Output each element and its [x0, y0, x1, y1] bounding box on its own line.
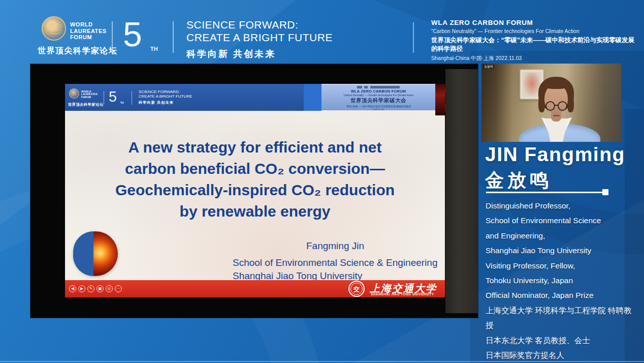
- speaker-video-thumbnail: 金放鸣: [481, 64, 621, 142]
- wlf-logo-wordmark: WORLD LAUREATES FORUM: [81, 90, 98, 99]
- earth-cutaway-image: [73, 231, 118, 276]
- header-divider: [112, 21, 113, 53]
- credential-line: Official Nominator, Japan Prize: [486, 288, 638, 302]
- speaker-name-english: JIN Fangming: [485, 143, 625, 166]
- wlf-globe-logo-icon: [69, 88, 79, 99]
- presentation-controls: ◀ ▶ ✎ ▣ ◎ ⋯: [69, 285, 122, 292]
- speaker-hair: [567, 96, 574, 112]
- forum-title-chinese: 世界顶尖科学家碳大会：“零碳”未来——碳中和技术前沿与实现零碳发展的科学路径: [431, 36, 640, 53]
- speaker-credentials-list: Distinguished Professor, School of Envir…: [486, 198, 638, 362]
- slide-overview-button[interactable]: ▣: [96, 285, 104, 292]
- glasses-right-lens-icon: [558, 101, 567, 111]
- credential-line: 日本东北大学 客员教授、会士: [486, 333, 638, 348]
- forum-info-block: WLA ZERO CARBON FORUM “Carbon Neutrality…: [431, 19, 640, 62]
- presentation-slide: WORLD LAUREATES FORUM 世界顶尖科学家论坛 5 TH SCI…: [65, 84, 445, 297]
- author-affiliation-1: School of Environmental Science & Engine…: [233, 256, 438, 269]
- speaker-neck: [551, 112, 561, 122]
- zoom-button[interactable]: ◎: [106, 285, 113, 292]
- credential-line: 上海交通大学 环境科学与工程学院 特聘教授: [486, 303, 638, 333]
- forum-subtitle: “Carbon Neutrality” — Frontier technolog…: [431, 28, 640, 34]
- fifth-edition-numeral: 5: [123, 14, 141, 54]
- wlf-logo-chinese: 世界顶尖科学家论坛: [68, 102, 104, 107]
- speaker-hair-fringe: [543, 80, 569, 89]
- slide-footer-band: ◀ ▶ ✎ ▣ ◎ ⋯ 上海交通大学 SHANGHAI JIAO TONG UN…: [65, 280, 445, 297]
- forum-subtitle: “Carbon Neutrality” — Frontier technolog…: [321, 94, 435, 97]
- wlf-word-3: FORUM: [70, 34, 107, 41]
- slogan-cn: 科学向新 共创未来: [186, 48, 333, 60]
- glasses-left-lens-icon: [545, 101, 555, 111]
- slogan-en-line1: SCIENCE FORWARD:: [186, 18, 333, 31]
- speaker-mouth: [553, 115, 560, 116]
- forum-location-date: Shanghai·China 中国·上海 2022.11.03: [431, 55, 640, 62]
- event-header: WORLD LAUREATES FORUM 世界顶尖科学家论坛 5 TH SCI…: [0, 0, 644, 62]
- credential-line: School of Environmental Science: [486, 213, 638, 228]
- forum-subtitle-chinese: “零碳”未来——碳中和技术前沿与实现零碳发展的科学路径: [321, 105, 435, 108]
- screenshare-side-panel: [445, 69, 478, 313]
- page: WORLD LAUREATES FORUM 世界顶尖科学家论坛 5 TH SCI…: [0, 0, 644, 363]
- slide-forum-box: WLA ZERO CARBON FORUM “Carbon Neutrality…: [321, 84, 435, 110]
- next-slide-button[interactable]: ▶: [78, 285, 85, 292]
- slogan-en-line2: CREATE A BRIGHT FUTURE: [186, 31, 333, 44]
- screen-share-video: WORLD LAUREATES FORUM 世界顶尖科学家论坛 5 TH SCI…: [30, 64, 478, 318]
- more-options-button[interactable]: ⋯: [115, 285, 122, 292]
- name-underline: [486, 192, 605, 193]
- credential-line: Tohoku University, Japan: [486, 273, 638, 288]
- banner-accent-segment: [304, 84, 321, 111]
- annotate-pen-button[interactable]: ✎: [87, 285, 94, 292]
- mini-logos-row: [357, 86, 400, 88]
- slide-header-banner: WORLD LAUREATES FORUM 世界顶尖科学家论坛 5 TH SCI…: [65, 84, 304, 111]
- forum-title-chinese: 世界顶尖科学家碳大会: [321, 97, 435, 104]
- wlf-globe-logo-icon: [42, 16, 66, 41]
- slide-title: A new strategy for efficient and net car…: [77, 137, 433, 222]
- credential-line: and Engineering,: [486, 228, 638, 243]
- name-underline-endcap: [602, 189, 608, 195]
- wlf-logo-wordmark: WORLD LAUREATES FORUM: [70, 21, 107, 41]
- header-divider: [413, 22, 414, 53]
- glasses-bridge: [555, 105, 558, 106]
- header-divider: [173, 21, 174, 53]
- credential-line: 日本国际奖官方提名人: [486, 348, 638, 362]
- forum-date: 2022.11.03: [321, 109, 435, 111]
- banner-divider: [132, 91, 132, 105]
- prev-slide-button[interactable]: ◀: [69, 285, 76, 292]
- fifth-edition-suffix: TH: [120, 101, 124, 104]
- fifth-edition-numeral: 5: [109, 88, 117, 105]
- wlf-word-1: WORLD: [70, 21, 107, 28]
- speaker-person: [481, 64, 621, 142]
- wlf-logo-chinese: 世界顶尖科学家论坛: [38, 46, 118, 56]
- credential-line: Visiting Professor, Fellow,: [486, 258, 638, 273]
- banner-divider: [104, 91, 104, 105]
- forum-title: WLA ZERO CARBON FORUM: [431, 19, 640, 26]
- credential-line: Distinguished Professor,: [486, 198, 638, 213]
- slide-author-block: Fangming Jin School of Environmental Sci…: [233, 239, 438, 283]
- slide-slogan: SCIENCE FORWARD: CREATE A BRIGHT FUTURE …: [139, 89, 192, 105]
- wlf-word-2: LAUREATES: [70, 28, 107, 35]
- credential-line: Shanghai Jiao Tong University: [486, 243, 638, 258]
- fifth-edition-suffix: TH: [150, 46, 158, 52]
- author-name: Fangming Jin: [233, 239, 438, 253]
- speaker-name-chinese: 金放鸣: [485, 168, 552, 193]
- event-slogan: SCIENCE FORWARD: CREATE A BRIGHT FUTURE …: [186, 18, 333, 60]
- forum-title: WLA ZERO CARBON FORUM: [321, 89, 435, 94]
- slide-background-fragment: [435, 84, 445, 115]
- sjtu-logo-english: SHANGHAI JIAO TONG UNIVERSITY: [371, 292, 434, 296]
- sjtu-seal-icon: [348, 281, 365, 297]
- participant-name-tag: 金放鸣: [483, 65, 494, 69]
